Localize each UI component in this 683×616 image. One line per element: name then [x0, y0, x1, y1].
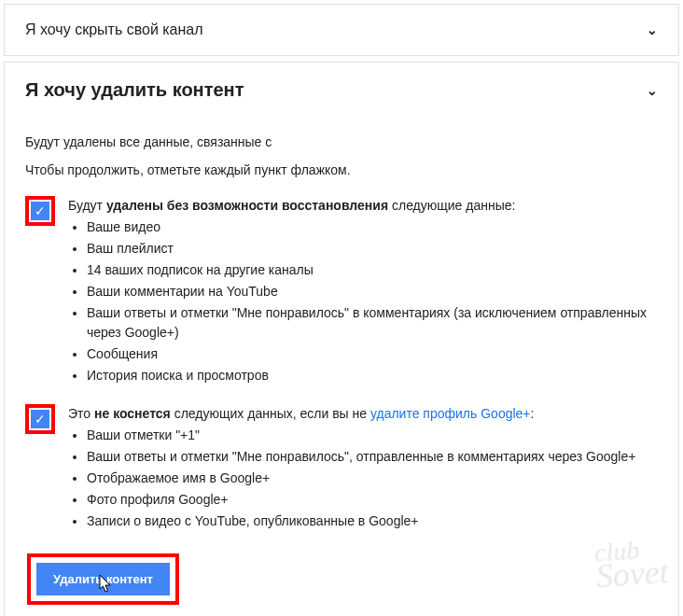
confirm-block-2: ✓ Это не коснется следующих данных, если…: [25, 404, 658, 533]
block2-prefix: Это: [68, 406, 94, 421]
checkmark-icon: ✓: [35, 412, 46, 427]
delete-content-button[interactable]: Удалить контент: [36, 563, 170, 595]
panel-delete-body: Будут удалены все данные, связанные с Чт…: [5, 134, 678, 616]
panel-delete-header[interactable]: Я хочу удалить контент ⌄: [5, 63, 678, 118]
block1-suffix: следующие данные:: [388, 198, 515, 213]
checkmark-icon: ✓: [35, 203, 46, 218]
block1-bold: удалены без возможности восстановления: [106, 198, 388, 213]
chevron-down-icon: ⌄: [647, 83, 658, 98]
list-item: Ваши комментарии на YouTube: [87, 282, 658, 301]
checkbox-2-highlight: ✓: [25, 404, 55, 434]
checkbox-1-highlight: ✓: [25, 196, 55, 226]
block1-prefix: Будут: [68, 198, 106, 213]
delete-google-plus-link[interactable]: удалите профиль Google+: [370, 406, 531, 421]
list-item: Отображаемое имя в Google+: [87, 469, 658, 488]
block1-list: Ваше видео Ваш плейлист 14 ваших подписо…: [87, 217, 658, 385]
intro-text-1: Будут удалены все данные, связанные с: [25, 134, 658, 149]
list-item: История поиска и просмотров: [87, 366, 658, 385]
block2-bold: не коснется: [94, 406, 171, 421]
checkbox-2[interactable]: ✓: [31, 410, 49, 428]
list-item: Ваш плейлист: [87, 239, 658, 259]
delete-button-highlight: Удалить контент: [27, 553, 179, 605]
confirm-block-1: ✓ Будут удалены без возможности восстано…: [25, 196, 658, 387]
list-item: Ваши ответы и отметки "Мне понравилось",…: [87, 447, 658, 467]
panel-delete-content: Я хочу удалить контент ⌄ Будут удалены в…: [4, 62, 679, 616]
checkbox-1[interactable]: ✓: [31, 202, 49, 220]
list-item: Ваши отметки "+1": [87, 426, 658, 445]
block2-list: Ваши отметки "+1" Ваши ответы и отметки …: [87, 426, 658, 531]
list-item: 14 ваших подписок на другие каналы: [87, 260, 658, 280]
block2-suffix: следующих данных, если вы не: [171, 406, 370, 421]
block2-tail: :: [531, 406, 535, 421]
list-item: Записи о видео с YouTube, опубликованные…: [87, 511, 658, 531]
intro-text-2: Чтобы продолжить, отметьте каждый пункт …: [25, 162, 658, 177]
panel-delete-title: Я хочу удалить контент: [25, 79, 244, 101]
list-item: Ваше видео: [87, 217, 658, 237]
confirm-block-2-content: Это не коснется следующих данных, если в…: [68, 404, 658, 533]
panel-hide-header[interactable]: Я хочу скрыть свой канал ⌄: [5, 5, 678, 55]
list-item: Ваши ответы и отметки "Мне понравилось" …: [87, 303, 658, 343]
list-item: Фото профиля Google+: [87, 490, 658, 510]
confirm-block-1-content: Будут удалены без возможности восстановл…: [68, 196, 658, 387]
chevron-down-icon: ⌄: [647, 22, 658, 37]
panel-hide-channel: Я хочу скрыть свой канал ⌄: [4, 4, 679, 56]
list-item: Сообщения: [87, 344, 658, 364]
panel-hide-title: Я хочу скрыть свой канал: [25, 21, 203, 38]
